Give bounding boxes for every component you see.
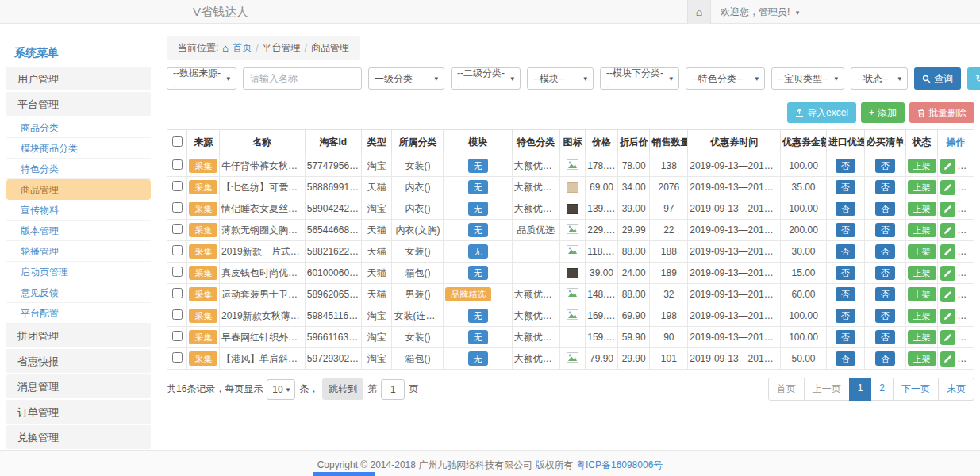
pager-item[interactable]: 下一页 xyxy=(893,378,939,401)
sidebar-item[interactable]: 订单管理 xyxy=(6,400,151,424)
status-badge[interactable]: 上架 xyxy=(908,351,936,366)
sidebar-item[interactable]: 启动页管理 xyxy=(6,262,151,282)
imported-toggle-badge[interactable]: 否 xyxy=(836,202,855,216)
name-search-input[interactable] xyxy=(243,67,362,90)
row-checkbox[interactable] xyxy=(172,331,183,341)
footer: Copyright © 2014-2018 广州九驰网络科技有限公司 版权所有 … xyxy=(0,450,980,476)
sidebar-item[interactable]: 意见反馈 xyxy=(6,282,151,303)
sidebar-item[interactable]: 版本管理 xyxy=(6,221,151,241)
row-checkbox[interactable] xyxy=(172,309,183,320)
must-buy-toggle-badge[interactable]: 否 xyxy=(875,266,895,280)
reset-button[interactable]: ↻ 重置 xyxy=(967,67,980,90)
edit-button[interactable] xyxy=(940,202,955,217)
must-buy-toggle-badge[interactable]: 否 xyxy=(875,223,895,237)
row-checkbox[interactable] xyxy=(172,267,183,277)
imported-toggle-badge[interactable]: 否 xyxy=(836,287,855,301)
status-badge[interactable]: 上架 xyxy=(908,159,936,173)
sidebar-item[interactable]: 特色分类 xyxy=(6,159,151,179)
sidebar-item[interactable]: 平台管理 xyxy=(6,92,151,116)
row-checkbox[interactable] xyxy=(172,352,183,363)
imported-toggle-badge[interactable]: 否 xyxy=(836,159,855,173)
sidebar-item[interactable]: 省惠快报 xyxy=(6,349,151,373)
must-buy-toggle-badge[interactable]: 否 xyxy=(875,180,895,194)
sidebar-item[interactable]: 消息管理 xyxy=(6,374,151,398)
icp-link[interactable]: 粤ICP备16098006号 xyxy=(576,459,663,470)
sidebar-item[interactable]: 拼团管理 xyxy=(6,324,151,347)
module-subcategory-select[interactable]: --模块下分类--▾ xyxy=(600,67,679,90)
jump-page-input[interactable] xyxy=(381,379,405,400)
module-select[interactable]: --模块--▾ xyxy=(527,67,594,90)
edit-button[interactable] xyxy=(940,351,955,367)
edit-button[interactable] xyxy=(940,287,955,302)
edit-button[interactable] xyxy=(940,330,955,345)
row-checkbox[interactable] xyxy=(172,224,183,234)
pager-item[interactable]: 首页 xyxy=(768,378,805,401)
status-badge[interactable]: 上架 xyxy=(908,309,936,323)
sidebar-item[interactable]: 兑换管理 xyxy=(6,425,151,449)
must-buy-toggle-badge[interactable]: 否 xyxy=(875,330,895,344)
pager-item[interactable]: 末页 xyxy=(938,378,974,401)
imported-toggle-badge[interactable]: 否 xyxy=(836,330,855,344)
batch-delete-button[interactable]: 批量删除 xyxy=(909,102,974,123)
status-badge[interactable]: 上架 xyxy=(908,180,936,194)
sidebar-item[interactable]: 宣传物料 xyxy=(6,200,151,221)
sidebar-item[interactable]: 模块商品分类 xyxy=(6,138,151,159)
sidebar-item[interactable]: 商品分类 xyxy=(6,117,151,138)
row-checkbox[interactable] xyxy=(172,202,183,213)
status-badge[interactable]: 上架 xyxy=(908,330,936,344)
sidebar-item[interactable]: 用户管理 xyxy=(6,67,151,90)
pager-item[interactable]: 1 xyxy=(849,378,872,401)
edit-button[interactable] xyxy=(940,159,955,174)
row-checkbox[interactable] xyxy=(172,159,183,170)
level2-category-select[interactable]: --二级分类--▾ xyxy=(451,67,521,90)
must-buy-toggle-badge[interactable]: 否 xyxy=(875,202,895,216)
cell-status: 上架 xyxy=(905,177,938,198)
status-badge[interactable]: 上架 xyxy=(908,244,936,259)
must-buy-toggle-badge[interactable]: 否 xyxy=(875,159,895,173)
edit-button[interactable] xyxy=(940,180,955,195)
special-category-select[interactable]: --特色分类--▾ xyxy=(686,67,765,90)
level1-category-select[interactable]: 一级分类▾ xyxy=(368,67,444,90)
edit-button[interactable] xyxy=(940,244,955,259)
edit-button[interactable] xyxy=(940,309,955,324)
search-button[interactable]: 查询 xyxy=(914,67,961,90)
add-button[interactable]: + 添加 xyxy=(861,102,905,123)
per-page-value: 10 xyxy=(272,384,282,395)
user-menu[interactable]: 欢迎您，管理员! ▾ xyxy=(721,0,799,25)
sidebar-item[interactable]: 商品管理 xyxy=(6,179,151,200)
row-checkbox[interactable] xyxy=(172,245,183,255)
sidebar-item[interactable]: 轮播管理 xyxy=(6,241,151,262)
imported-toggle-badge[interactable]: 否 xyxy=(836,266,855,280)
imported-toggle-badge[interactable]: 否 xyxy=(836,309,855,323)
imported-toggle-badge[interactable]: 否 xyxy=(836,351,855,366)
must-buy-toggle-badge[interactable]: 否 xyxy=(875,287,895,301)
data-source-select[interactable]: --数据来源--▾ xyxy=(167,67,236,90)
table-row: 采集2019新款一片式系...588216228899天猫女装()无118.00… xyxy=(167,241,974,263)
status-select[interactable]: --状态--▾ xyxy=(851,67,908,90)
pager-item[interactable]: 2 xyxy=(870,378,894,401)
item-type-select[interactable]: --宝贝类型--▾ xyxy=(771,67,844,90)
breadcrumb-home-link[interactable]: 首页 xyxy=(233,41,252,55)
status-badge[interactable]: 上架 xyxy=(908,266,936,280)
home-button[interactable]: ⌂ xyxy=(687,0,711,24)
imported-toggle-badge[interactable]: 否 xyxy=(836,180,855,194)
status-badge[interactable]: 上架 xyxy=(908,287,936,301)
imported-toggle-badge[interactable]: 否 xyxy=(836,223,855,237)
jump-to-button[interactable]: 跳转到 xyxy=(322,378,363,400)
select-all-checkbox[interactable] xyxy=(172,136,183,147)
import-excel-button[interactable]: 导入excel xyxy=(787,102,856,123)
per-page-select[interactable]: 10 ▾ xyxy=(267,379,295,400)
edit-button[interactable] xyxy=(940,266,955,281)
must-buy-toggle-badge[interactable]: 否 xyxy=(875,309,895,323)
pager-item[interactable]: 上一页 xyxy=(804,378,850,401)
status-badge[interactable]: 上架 xyxy=(908,223,936,237)
must-buy-toggle-badge[interactable]: 否 xyxy=(875,244,895,259)
must-buy-toggle-badge[interactable]: 否 xyxy=(875,351,895,366)
imported-toggle-badge[interactable]: 否 xyxy=(836,244,855,259)
cell-discount-price: 39.00 xyxy=(617,198,650,220)
status-badge[interactable]: 上架 xyxy=(908,202,936,216)
edit-button[interactable] xyxy=(940,223,955,238)
row-checkbox[interactable] xyxy=(172,288,183,298)
row-checkbox[interactable] xyxy=(172,181,183,191)
sidebar-item[interactable]: 平台配置 xyxy=(6,303,151,324)
